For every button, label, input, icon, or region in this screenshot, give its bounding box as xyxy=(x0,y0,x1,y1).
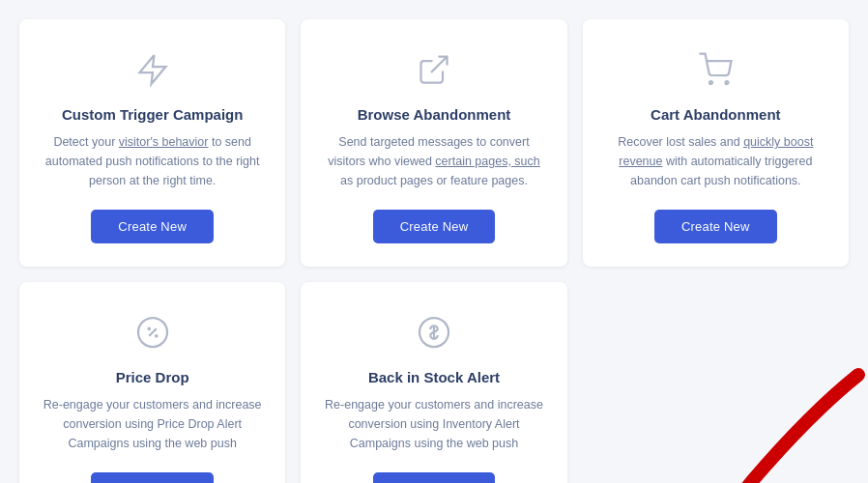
svg-point-2 xyxy=(726,81,729,84)
percent-icon xyxy=(130,309,176,355)
bolt-icon xyxy=(130,46,176,93)
annotation-arrow xyxy=(655,365,868,483)
campaign-grid: Custom Trigger Campaign Detect your visi… xyxy=(19,19,849,483)
svg-point-5 xyxy=(148,328,150,330)
card-title-cart-abandonment: Cart Abandonment xyxy=(651,106,780,123)
card-cart-abandonment: Cart Abandonment Recover lost sales and … xyxy=(583,19,849,267)
card-custom-trigger: Custom Trigger Campaign Detect your visi… xyxy=(19,19,285,267)
external-link-svg xyxy=(417,52,451,87)
percent-svg xyxy=(135,315,170,350)
svg-line-0 xyxy=(431,57,448,73)
card-desc-cart-abandonment: Recover lost sales and quickly boost rev… xyxy=(606,132,825,190)
card-title-back-in-stock: Back in Stock Alert xyxy=(368,369,500,385)
create-new-button-back-in-stock[interactable]: Create New xyxy=(373,472,496,483)
external-link-icon xyxy=(411,46,457,93)
top-row: Custom Trigger Campaign Detect your visi… xyxy=(19,19,849,267)
create-new-button-cart-abandonment[interactable]: Create New xyxy=(654,210,777,243)
card-title-browse-abandonment: Browse Abandonment xyxy=(358,106,511,123)
bottom-row: Price Drop Re-engage your customers and … xyxy=(19,282,849,483)
svg-point-1 xyxy=(709,81,712,84)
bolt-svg xyxy=(135,52,170,87)
card-title-price-drop: Price Drop xyxy=(116,369,189,385)
card-back-in-stock: Back in Stock Alert Re-engage your custo… xyxy=(301,282,566,483)
cart-svg xyxy=(698,52,733,87)
card-price-drop: Price Drop Re-engage your customers and … xyxy=(19,282,285,483)
card-desc-price-drop: Re-engage your customers and increase co… xyxy=(43,395,262,453)
card-title-custom-trigger: Custom Trigger Campaign xyxy=(62,106,244,123)
card-desc-back-in-stock: Re-engage your customers and increase co… xyxy=(324,395,543,453)
card-browse-abandonment: Browse Abandonment Send targeted message… xyxy=(301,19,566,267)
dollar-icon xyxy=(411,309,457,355)
cart-icon xyxy=(692,46,738,93)
svg-point-6 xyxy=(156,335,158,337)
create-new-button-price-drop[interactable]: Create New xyxy=(91,472,214,483)
create-new-button-custom-trigger[interactable]: Create New xyxy=(91,210,214,243)
card-desc-custom-trigger: Detect your visitor's behavior to send a… xyxy=(43,132,262,190)
dollar-svg xyxy=(417,315,451,350)
create-new-button-browse-abandonment[interactable]: Create New xyxy=(373,210,496,243)
card-desc-browse-abandonment: Send targeted messages to convert visito… xyxy=(324,132,543,190)
